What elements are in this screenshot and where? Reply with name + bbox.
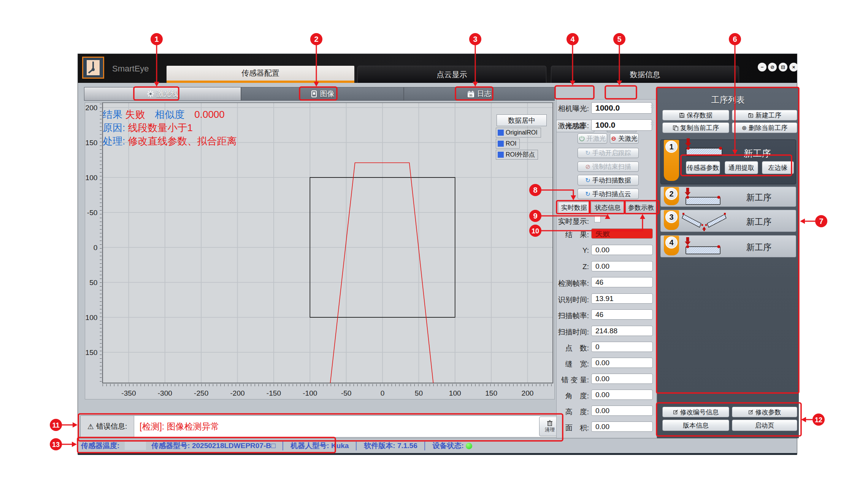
exposure-row: 相机曝光: 1000.0: [556, 102, 657, 113]
edit-params-button[interactable]: 修改参数: [732, 407, 797, 417]
height-field: 0.00: [591, 406, 653, 416]
process-item-4[interactable]: 4 新工序: [660, 235, 796, 257]
laser-power-spinner[interactable]: [651, 121, 654, 127]
trash-icon: [547, 420, 553, 426]
process-item-3[interactable]: 3 新工序: [660, 210, 796, 232]
callout-4: 4: [570, 35, 575, 43]
svg-text:50: 50: [89, 279, 97, 287]
laser-off-button[interactable]: ⊖ 关激光: [610, 133, 639, 144]
callout-5: 5: [617, 35, 621, 43]
log-calendar-icon: 31: [467, 90, 474, 98]
process-item-2[interactable]: 2 新工序: [660, 187, 796, 207]
edit-id-button[interactable]: 修改编号信息: [662, 407, 729, 417]
copy-process-button[interactable]: 复制当前工序: [662, 122, 729, 133]
process-item-4-badge: 4: [664, 236, 679, 255]
status-bar: 传感器温度: 传感器型号: 20250218LDWEPR07-B□ │ 机器人型…: [78, 438, 797, 453]
manual-scan-cloud-button[interactable]: ↻ 手动扫描点云: [578, 189, 639, 199]
scan-time-row: 扫描时间:214.88: [556, 326, 657, 336]
angle-field: 0.00: [591, 390, 653, 400]
process-item-1[interactable]: 1 新工序 传感器参数 通用提取 左边缘: [660, 139, 796, 184]
scan-fps-row: 扫描帧率:46: [556, 309, 657, 320]
svg-text:-150: -150: [267, 389, 281, 397]
left-edge-button[interactable]: 左边缘: [762, 161, 794, 174]
offset-field: 0.00: [591, 374, 653, 384]
exposure-input[interactable]: 1000.0: [591, 102, 652, 114]
general-extract-button[interactable]: 通用提取: [725, 161, 758, 174]
callout-1: 1: [154, 35, 159, 43]
block-button[interactable]: ⊘: [768, 63, 777, 71]
legend-swatch: [498, 152, 504, 158]
new-process-button[interactable]: 新建工序: [732, 110, 797, 120]
laser-on-button[interactable]: 开激光: [578, 133, 607, 144]
process-list-title: 工序列表: [657, 94, 798, 106]
svg-text:-350: -350: [121, 389, 136, 397]
start-page-button[interactable]: 启动页: [732, 420, 797, 431]
laser-power-input[interactable]: 100.0: [591, 119, 652, 131]
scan-time-field: 214.88: [591, 326, 653, 336]
sensor-model: 传感器型号: 20250218LDWEPR07-B□: [151, 441, 275, 451]
svg-text:100: 100: [449, 389, 461, 397]
manual-scan-data-button[interactable]: ↻ 手动扫描数据: [578, 175, 639, 185]
force-stop-button[interactable]: ⊘ 强制结束扫描: [578, 162, 639, 172]
edit-icon: [673, 409, 678, 415]
app-logo: [82, 57, 104, 79]
version-info-button[interactable]: 版本信息: [662, 420, 729, 431]
legend-roi-outer: ROI外部点: [496, 150, 538, 160]
software-version: 软件版本: 7.1.56: [364, 441, 417, 451]
laser-profile-chart: -350 -300 -250 -200 -150 -100 -50 0 50 1…: [85, 102, 555, 399]
svg-text:-50: -50: [87, 209, 98, 217]
save-data-button[interactable]: 保存数据: [662, 110, 729, 120]
result-field: 失败: [591, 228, 653, 239]
separator: │: [354, 442, 359, 450]
detect-fps-field: 46: [591, 277, 653, 287]
point-count-field: 0: [591, 342, 653, 352]
y-tick-labels: -200 -150 -100 -50 0 50 100 150: [85, 104, 97, 357]
refresh-icon: ↻: [585, 190, 590, 198]
svg-text:-150: -150: [85, 139, 97, 147]
sensor-params-button[interactable]: 传感器参数: [686, 161, 720, 174]
close-button[interactable]: ×: [789, 63, 798, 71]
callout-12: 12: [815, 416, 822, 424]
device-status: 设备状态:: [433, 441, 473, 451]
error-message: [检测]: 图像检测异常: [134, 416, 538, 437]
tab-point-cloud[interactable]: 点云显示: [357, 66, 546, 83]
tab-realtime-data[interactable]: 实时数据: [558, 202, 590, 213]
legend-swatch: [498, 130, 504, 136]
svg-text:150: 150: [485, 389, 497, 397]
sensor-temp-value: [125, 442, 146, 450]
x-tick-labels: -350 -300 -250 -200 -150 -100 -50 0 50 1…: [121, 389, 533, 397]
callout-6: 6: [733, 35, 737, 43]
laser-power-row: 激光功率: 100.0: [556, 119, 657, 130]
scan-fps-field: 46: [591, 309, 653, 320]
bottom-strip: [78, 453, 797, 455]
point-count-row: 点 数:0: [556, 342, 657, 352]
app-title: SmartEye: [112, 64, 149, 74]
tab-image[interactable]: 图像: [241, 87, 404, 101]
tab-status-info[interactable]: 状态信息: [591, 202, 625, 213]
restore-button[interactable]: ⊟: [779, 63, 787, 71]
error-bar: ⚠错误信息: [检测]: 图像检测异常 清理: [80, 415, 562, 437]
refresh-icon: ↻: [585, 149, 590, 157]
tab-laser-line[interactable]: 激光线: [84, 87, 241, 101]
edit-icon: [748, 409, 754, 415]
tab-param-teach[interactable]: 参数示教: [625, 202, 657, 213]
delete-process-button[interactable]: ⊗ 删除当前工序: [732, 122, 797, 133]
tab-sensor-config[interactable]: 传感器配置: [167, 66, 354, 83]
laser-icon: [147, 90, 154, 97]
minimize-button[interactable]: −: [758, 63, 766, 71]
y-row: Y:0.00: [556, 245, 657, 255]
warning-icon: ⚠: [87, 422, 94, 431]
legend-swatch: [498, 141, 504, 147]
tab-data-info[interactable]: 数据信息: [551, 66, 739, 83]
delete-icon: ⊗: [742, 124, 747, 132]
realtime-display-checkbox[interactable]: [594, 216, 601, 222]
recog-time-row: 识别时间:13.91: [556, 293, 657, 304]
exposure-spinner[interactable]: [651, 104, 654, 109]
copy-icon: [673, 125, 678, 131]
legend-roi: ROI: [496, 139, 520, 149]
center-data-button[interactable]: 数据居中: [497, 114, 547, 126]
separator: │: [423, 442, 427, 450]
manual-track-button[interactable]: ↻ 手动开启跟踪: [578, 148, 639, 158]
separator: │: [281, 442, 285, 450]
tab-log[interactable]: 31 日志: [404, 87, 555, 101]
